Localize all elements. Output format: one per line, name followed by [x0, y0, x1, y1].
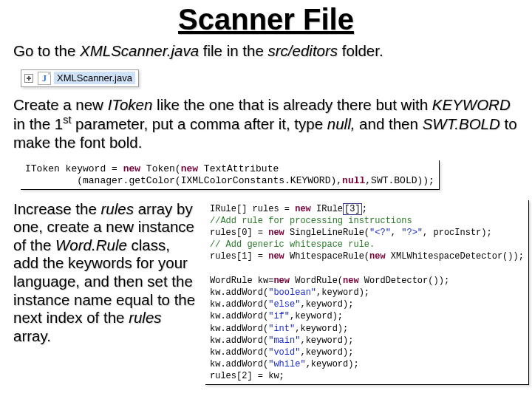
paragraph-2: Create a new IToken like the one that is… — [13, 96, 519, 152]
text: folder. — [338, 42, 383, 59]
text: parameter, put a comma after it, type — [71, 115, 327, 132]
ordinal-suffix: st — [63, 114, 71, 126]
text: in the 1 — [13, 115, 63, 132]
rules-word-1: rules — [101, 200, 134, 217]
text: Increase the — [13, 200, 101, 217]
text: Go to the — [13, 42, 80, 59]
text: like the one that is already there but w… — [152, 96, 432, 113]
text: and then — [355, 115, 422, 132]
file-tree-row[interactable]: J XMLScanner.java — [21, 69, 139, 87]
wordrule-word: Word.Rule — [55, 236, 127, 253]
slide-title: Scanner File — [13, 3, 519, 36]
keyword-word: KEYWORD — [432, 96, 511, 113]
text: file in the — [199, 42, 267, 59]
file-name-inline: XMLScanner.java — [80, 42, 199, 59]
swtbold-word: SWT.BOLD — [423, 115, 500, 132]
code-rules: IRule[] rules = new IRule[3]; //Add rule… — [205, 200, 529, 385]
itoken-word: IToken — [108, 96, 153, 113]
text: array. — [13, 327, 51, 344]
null-word: null, — [327, 115, 355, 132]
rules-word-2: rules — [129, 309, 161, 326]
expand-icon[interactable] — [24, 74, 33, 83]
folder-name-inline: src/editors — [268, 42, 338, 59]
text: Create a new — [13, 96, 108, 113]
paragraph-1: Go to the XMLScanner.java file in the sr… — [13, 42, 519, 61]
java-file-icon: J — [38, 72, 51, 85]
file-name-label: XMLScanner.java — [54, 72, 135, 84]
paragraph-3: Increase the rules array by one, create … — [13, 200, 198, 346]
code-itoken: IToken keyword = new Token(new TextAttri… — [21, 160, 440, 190]
